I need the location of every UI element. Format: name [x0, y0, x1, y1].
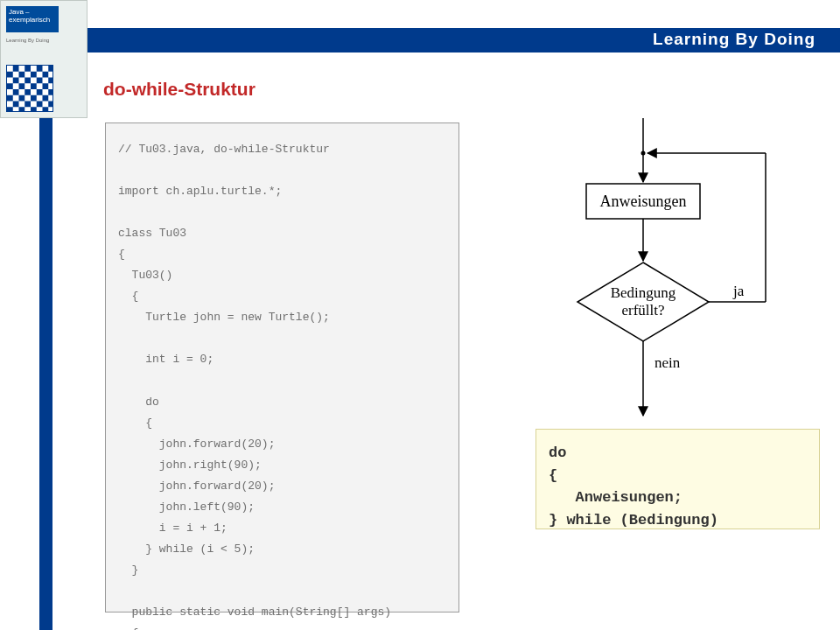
section-title: do-while-Struktur — [103, 79, 256, 100]
top-banner: Learning By Doing — [0, 28, 840, 52]
book-thumbnail: Java – exemplarisch Learning By Doing — [0, 0, 88, 118]
flow-no-label: nein — [654, 354, 681, 371]
left-stripe — [39, 52, 52, 630]
book-thumb-title: Java – exemplarisch — [6, 6, 59, 32]
syntax-box: do { Anweisungen; } while (Bedingung) — [536, 429, 820, 529]
book-thumb-chess-icon — [6, 65, 53, 112]
flow-yes-label: ja — [732, 283, 745, 299]
banner-title: Learning By Doing — [653, 30, 816, 49]
flow-decision-line1: Bedingung — [611, 284, 676, 301]
book-thumb-subtitle: Learning By Doing — [6, 38, 49, 43]
code-listing: // Tu03.java, do-while-Struktur import c… — [105, 122, 459, 612]
flow-block-label: Anweisungen — [600, 192, 687, 210]
flow-decision-line2: erfüllt? — [621, 302, 664, 318]
flowchart: Anweisungen Bedingung erfüllt? ja nein — [525, 114, 814, 420]
